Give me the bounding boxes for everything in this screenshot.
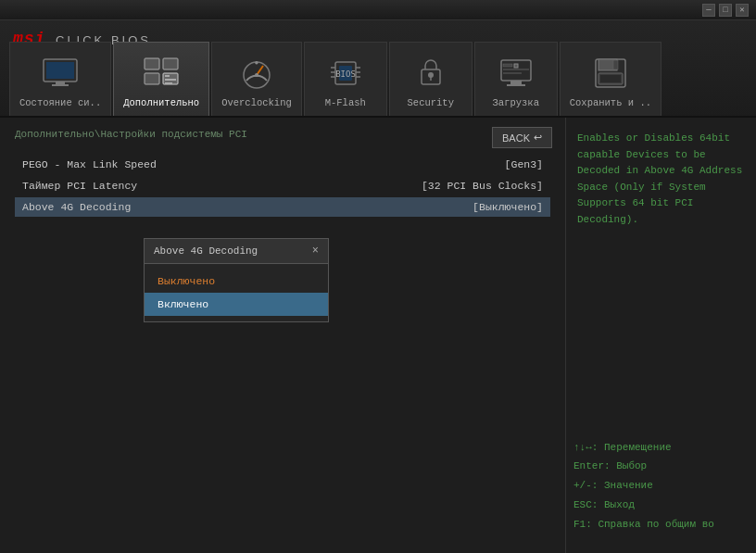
key-f1-desc: Справка по общим во [592, 519, 714, 530]
monitor-icon [42, 55, 79, 92]
svg-rect-36 [613, 60, 618, 69]
tab-mflash[interactable]: BIOS M-Flash [304, 42, 387, 116]
tab-overclocking-label: Overclocking [221, 97, 292, 108]
setting-label-pego: PEGO - Max Link Speed [22, 158, 157, 170]
svg-rect-4 [145, 58, 159, 69]
setting-row-latency[interactable]: Таймер PCI Latency [32 PCI Bus Clocks] [15, 176, 550, 195]
popup-close-button[interactable]: × [312, 245, 319, 258]
svg-rect-10 [165, 82, 172, 84]
popup-option-off[interactable]: Выключено [145, 270, 328, 293]
key-hints: ↑↓↔: Перемещение Enter: Выбор +/-: Значе… [573, 438, 745, 534]
svg-rect-8 [165, 75, 170, 77]
back-button[interactable]: BACK ↩ [492, 127, 552, 148]
back-arrow-icon: ↩ [534, 132, 542, 144]
svg-rect-5 [163, 58, 178, 69]
tab-status[interactable]: Состояние си.. [9, 42, 111, 116]
popup-body: Выключено Включено [145, 264, 328, 321]
popup-option-on[interactable]: Включено [145, 293, 328, 316]
tab-save[interactable]: Сохранить и .. [560, 42, 662, 116]
disk-icon [592, 55, 629, 92]
setting-label-above4g: Above 4G Decoding [22, 201, 131, 213]
svg-text:●: ● [255, 58, 259, 67]
key-hint-f1: F1: Справка по общим во [573, 515, 745, 534]
gauge-icon: ● [238, 55, 275, 92]
help-text: Enables or Disables 64bit capable Device… [577, 131, 745, 229]
tab-boot[interactable]: Загрузка [474, 42, 558, 116]
key-esc: ESC: [573, 499, 598, 510]
key-navigate: ↑↓↔: [573, 442, 604, 453]
tab-additional[interactable]: Дополнительно [113, 42, 209, 116]
setting-value-pego: [Gen3] [505, 158, 543, 170]
svg-rect-33 [503, 72, 522, 74]
title-bar-controls: ─ □ ✕ [702, 4, 749, 17]
svg-rect-9 [165, 79, 176, 81]
key-hint-navigate: ↑↓↔: Перемещение [573, 438, 745, 458]
key-f1: F1: [573, 519, 592, 530]
setting-row-pego[interactable]: PEGO - Max Link Speed [Gen3] [15, 155, 550, 174]
tab-boot-label: Загрузка [493, 97, 539, 108]
svg-rect-1 [46, 62, 74, 79]
key-hint-esc: ESC: Выход [573, 496, 745, 515]
main-content: BACK ↩ Дополнительно\Настройки подсистем… [0, 118, 756, 553]
left-panel: BACK ↩ Дополнительно\Настройки подсистем… [0, 118, 566, 553]
svg-rect-2 [56, 82, 65, 84]
key-enter-desc: Выбор [611, 460, 648, 471]
key-hint-enter: Enter: Выбор [573, 457, 745, 476]
chip-icon: BIOS [327, 55, 364, 92]
close-button[interactable]: ✕ [736, 4, 749, 17]
key-esc-desc: Выход [598, 499, 635, 510]
setting-value-above4g: [Выключено] [472, 201, 543, 213]
key-navigate-desc: Перемещение [604, 442, 672, 453]
svg-rect-28 [510, 81, 522, 84]
svg-point-13 [255, 73, 258, 77]
popup-title: Above 4G Decoding [154, 245, 258, 257]
right-panel: Enables or Disables 64bit capable Device… [566, 118, 756, 553]
nav-tabs: Состояние си.. Дополнительно [9, 42, 747, 116]
tab-additional-label: Дополнительно [123, 97, 199, 108]
svg-rect-30 [514, 64, 518, 68]
setting-row-above4g[interactable]: Above 4G Decoding [Выключено] [15, 197, 550, 217]
svg-rect-31 [503, 64, 512, 67]
svg-text:BIOS: BIOS [335, 69, 356, 79]
setting-label-latency: Таймер PCI Latency [22, 180, 137, 192]
tab-security-label: Security [408, 97, 454, 108]
key-value-desc: Значение [598, 480, 652, 491]
header: msi CLICK BIOS Состояние си.. [0, 20, 756, 118]
minimize-button[interactable]: ─ [702, 4, 715, 17]
tab-mflash-label: M-Flash [325, 97, 366, 108]
svg-rect-3 [52, 84, 69, 86]
svg-rect-29 [507, 84, 525, 86]
tab-security[interactable]: Security [389, 42, 472, 116]
popup-header: Above 4G Decoding × [145, 239, 328, 264]
setting-value-latency: [32 PCI Bus Clocks] [422, 180, 543, 192]
svg-rect-32 [503, 69, 529, 70]
svg-rect-38 [600, 75, 621, 82]
tab-status-label: Состояние си.. [19, 97, 101, 108]
boot-icon [498, 55, 535, 92]
grid-icon [143, 55, 180, 92]
key-enter: Enter: [573, 460, 611, 471]
tab-overclocking[interactable]: ● Overclocking [211, 42, 302, 116]
tab-save-label: Сохранить и .. [570, 97, 651, 108]
svg-rect-6 [145, 73, 159, 84]
maximize-button[interactable]: □ [719, 4, 732, 17]
key-value: +/-: [573, 480, 598, 491]
back-label: BACK [502, 132, 530, 144]
lock-icon [412, 55, 449, 92]
title-bar: ─ □ ✕ [0, 0, 756, 20]
key-hint-value: +/-: Значение [573, 476, 745, 496]
popup-dialog: Above 4G Decoding × Выключено Включено [144, 238, 329, 322]
breadcrumb: Дополнительно\Настройки подсистемы PCI [15, 129, 550, 140]
